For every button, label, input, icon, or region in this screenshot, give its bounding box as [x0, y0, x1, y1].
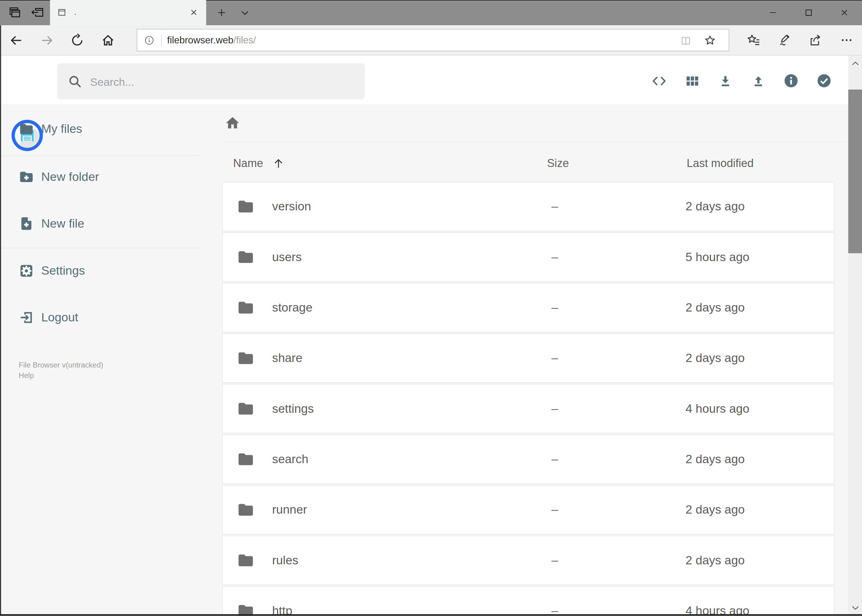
hub-button[interactable]: [747, 33, 761, 47]
home-button[interactable]: [101, 33, 115, 48]
sidebar-item-settings[interactable]: Settings: [0, 255, 200, 287]
set-tabs-aside-button[interactable]: [30, 6, 44, 20]
screen: .: [0, 0, 862, 616]
add-favorite-button[interactable]: [704, 34, 717, 47]
plus-icon: [216, 7, 227, 18]
file-size: –: [552, 536, 558, 584]
browser-navbar: filebrowser.web/files/: [0, 25, 862, 55]
column-header-name[interactable]: Name: [233, 156, 284, 170]
close-icon: [189, 8, 199, 17]
new-tab-button[interactable]: [216, 7, 227, 18]
file-row-rules[interactable]: rules – 2 days ago: [222, 536, 835, 585]
folder-icon: [237, 400, 255, 417]
select-multiple-button[interactable]: [812, 69, 836, 93]
maximize-button[interactable]: [791, 0, 826, 25]
sidebar-item-label: Settings: [41, 264, 85, 278]
vertical-scrollbar[interactable]: [848, 55, 862, 616]
scrollbar-thumb[interactable]: [848, 90, 862, 253]
search-box[interactable]: [57, 63, 365, 99]
set-tabs-aside-icon: [30, 6, 44, 20]
sidebar-item-new-folder[interactable]: New folder: [0, 160, 200, 193]
sidebar-item-my-files[interactable]: My files: [0, 113, 200, 146]
file-row-version[interactable]: version – 2 days ago: [222, 182, 835, 231]
home-icon: [101, 33, 115, 48]
file-size: –: [552, 233, 558, 281]
check-circle-icon: [816, 73, 832, 89]
chevron-up-icon: [851, 59, 860, 68]
folder-icon: [237, 248, 255, 266]
file-name: version: [272, 182, 311, 231]
code-icon: [651, 73, 668, 88]
more-menu-button[interactable]: [840, 33, 854, 47]
grid-view-icon: [685, 73, 700, 88]
share-button[interactable]: [808, 33, 822, 47]
tab-list-button[interactable]: [240, 8, 250, 18]
file-row-settings[interactable]: settings – 4 hours ago: [222, 384, 835, 434]
address-bar[interactable]: filebrowser.web/files/: [136, 28, 730, 52]
app-header: [0, 55, 862, 104]
info-button[interactable]: [779, 69, 803, 93]
file-row-runner[interactable]: runner – 2 days ago: [222, 485, 835, 534]
tab-close-button[interactable]: [189, 8, 199, 17]
help-link[interactable]: Help: [19, 370, 103, 381]
reading-view-button[interactable]: [679, 35, 692, 47]
forward-button[interactable]: [40, 33, 55, 48]
ellipsis-icon: [840, 33, 854, 47]
file-row-http[interactable]: http – 4 hours ago: [222, 586, 835, 616]
upload-button[interactable]: [746, 69, 770, 93]
site-info-icon[interactable]: [143, 35, 155, 46]
breadcrumb-home-button[interactable]: [222, 113, 242, 133]
file-row-share[interactable]: share – 2 days ago: [222, 333, 835, 383]
sidebar-item-label: Logout: [41, 310, 78, 324]
download-button[interactable]: [713, 69, 738, 93]
sidebar-item-label: New file: [41, 217, 84, 231]
star-icon: [704, 34, 717, 47]
url-path: /files/: [233, 35, 256, 46]
sidebar-item-logout[interactable]: Logout: [0, 301, 200, 334]
file-size: –: [552, 587, 558, 616]
refresh-button[interactable]: [70, 33, 85, 48]
sidebar-item-label: My files: [41, 122, 82, 136]
scroll-down-button[interactable]: [848, 599, 862, 616]
column-label: Name: [233, 157, 263, 170]
sidebar-divider: [0, 156, 200, 156]
code-view-button[interactable]: [647, 69, 671, 93]
folder-icon: [237, 299, 255, 316]
url-text: filebrowser.web/files/: [167, 30, 256, 50]
file-row-storage[interactable]: storage – 2 days ago: [222, 283, 835, 332]
file-name: rules: [272, 536, 298, 584]
browser-tab[interactable]: .: [50, 0, 206, 25]
column-label: Last modified: [687, 157, 754, 170]
back-button[interactable]: [9, 33, 24, 48]
refresh-icon: [70, 33, 85, 48]
file-name: share: [272, 334, 302, 382]
minimize-button[interactable]: [755, 0, 791, 25]
close-icon: [840, 8, 849, 17]
file-name: runner: [272, 486, 307, 534]
file-row-users[interactable]: users – 5 hours ago: [222, 233, 835, 282]
favorites-hub-icon: [747, 33, 761, 47]
folder-plus-icon: [19, 169, 34, 184]
share-icon: [808, 33, 822, 47]
search-input[interactable]: [89, 63, 355, 100]
scroll-up-button[interactable]: [848, 55, 862, 72]
sidebar-item-new-file[interactable]: New file: [0, 207, 200, 240]
url-host: filebrowser.web: [167, 35, 233, 46]
settings-gear-icon: [19, 263, 34, 279]
tab-preview-button[interactable]: [8, 6, 22, 20]
close-window-button[interactable]: [826, 0, 862, 25]
sidebar-divider: [0, 248, 200, 248]
annotate-button[interactable]: [777, 33, 791, 47]
column-header-modified[interactable]: Last modified: [687, 156, 754, 170]
forward-icon: [40, 33, 55, 48]
window-bottom-edge: [0, 614, 862, 616]
tab-preview-icon: [8, 6, 22, 20]
app-version-link[interactable]: File Browser v(untracked): [19, 360, 103, 370]
file-modified: 2 days ago: [686, 536, 745, 584]
sidebar-footer: File Browser v(untracked) Help: [19, 360, 103, 381]
file-row-search[interactable]: search – 2 days ago: [222, 435, 835, 484]
column-header-size[interactable]: Size: [547, 156, 569, 170]
folder-icon: [237, 602, 255, 616]
sidebar-item-label: New folder: [41, 170, 99, 184]
grid-view-button[interactable]: [680, 69, 704, 93]
